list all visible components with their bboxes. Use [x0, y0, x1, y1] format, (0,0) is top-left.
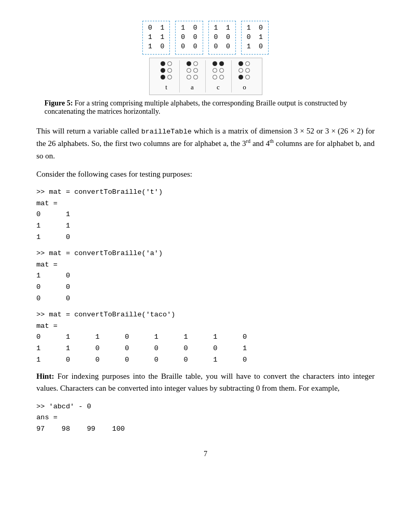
- para1-sup2: th: [270, 138, 274, 144]
- figure-5: 0 11 11 0 1 00 00 0 1 10 00 0 1 00 11 0 …: [36, 21, 375, 116]
- dot: [187, 61, 191, 66]
- dot: [238, 75, 243, 79]
- dot: [193, 61, 198, 66]
- dot: [213, 75, 217, 79]
- braille-dots-o: [238, 61, 250, 80]
- paragraph-consider: Consider the following cases for testing…: [36, 168, 375, 180]
- code-block-taco: >> mat = convertToBraille('taco') mat = …: [36, 309, 375, 365]
- figure-caption-bold: Figure 5:: [45, 99, 73, 107]
- dot: [238, 68, 243, 73]
- dot: [187, 75, 191, 79]
- braille-cell-c: c: [206, 60, 232, 92]
- dot: [245, 61, 250, 66]
- dot: [219, 61, 224, 66]
- para1-sup1: rd: [246, 138, 250, 144]
- dot: [193, 75, 198, 79]
- code-block-a: >> mat = convertToBraille('a') mat = 1 0…: [36, 248, 375, 304]
- braille-dots-a: [187, 61, 198, 80]
- para1-mid: and 4: [250, 139, 270, 148]
- dot: [238, 61, 243, 66]
- dot: [219, 75, 224, 79]
- braille-dots-c: [213, 61, 224, 80]
- dot: [167, 61, 172, 66]
- braille-label-a: a: [191, 83, 194, 91]
- matrix-a: 1 00 00 0: [175, 21, 203, 55]
- dot: [213, 68, 217, 73]
- braille-cell-o: o: [232, 60, 258, 92]
- figure-caption-text: For a string comprising multiple alphabe…: [45, 99, 348, 115]
- dot: [245, 75, 250, 79]
- matrix-o: 1 00 11 0: [241, 21, 269, 55]
- matrix-t: 0 11 11 0: [142, 21, 170, 55]
- hint-text: For indexing purposes into the Braille t…: [36, 372, 375, 392]
- dot: [161, 75, 165, 79]
- dot: [193, 68, 198, 73]
- dot: [213, 61, 217, 66]
- dot: [245, 68, 250, 73]
- paragraph-braille-table: This will return a variable called brail…: [36, 125, 375, 162]
- matrices-row: 0 11 11 0 1 00 00 0 1 10 00 0 1 00 11 0: [142, 21, 269, 55]
- dot: [161, 61, 165, 66]
- page-number: 7: [36, 450, 375, 458]
- hint-bold: Hint:: [36, 372, 54, 380]
- braille-label-c: c: [217, 83, 220, 91]
- dot: [167, 68, 172, 73]
- braille-label-t: t: [165, 83, 167, 91]
- dot: [187, 68, 191, 73]
- hint-paragraph: Hint: For indexing purposes into the Bra…: [36, 370, 375, 395]
- dot: [219, 68, 224, 73]
- braille-dots-t: [161, 61, 173, 80]
- braille-cell-t: t: [154, 60, 180, 92]
- dot: [161, 68, 165, 73]
- braille-display: t a c: [149, 58, 262, 95]
- para1-code: brailleTable: [141, 128, 192, 136]
- para1-before: This will return a variable called: [36, 127, 141, 135]
- braille-label-o: o: [243, 83, 246, 91]
- matrix-c: 1 10 00 0: [208, 21, 236, 55]
- figure-caption: Figure 5: For a string comprising multip…: [45, 99, 367, 116]
- hint-code-block: >> 'abcd' - 0 ans = 97 98 99 100: [36, 401, 375, 435]
- dot: [167, 75, 172, 79]
- braille-cell-a: a: [180, 60, 206, 92]
- code-block-t: >> mat = convertToBraille('t') mat = 0 1…: [36, 187, 375, 243]
